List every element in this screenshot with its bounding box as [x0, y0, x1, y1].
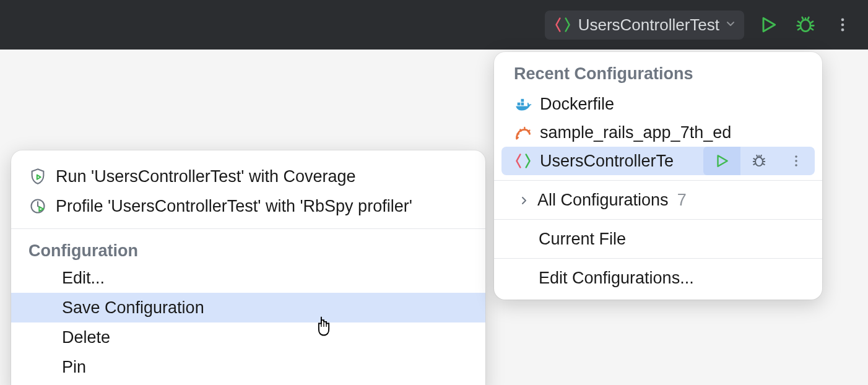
dropdown-divider: [494, 180, 822, 181]
delete-config-item[interactable]: Delete: [11, 322, 485, 352]
rails-icon: [514, 123, 532, 142]
config-item-rails[interactable]: sample_rails_app_7th_ed: [494, 118, 822, 147]
delete-label: Delete: [62, 328, 110, 347]
run-action-button[interactable]: [703, 147, 740, 175]
svg-point-11: [795, 164, 797, 167]
pin-label: Pin: [62, 358, 86, 377]
recent-configs-header: Recent Configurations: [494, 61, 822, 90]
edit-configurations-row[interactable]: Edit Configurations...: [494, 264, 822, 292]
more-button[interactable]: [830, 12, 856, 38]
run-with-coverage-item[interactable]: Run 'UsersControllerTest' with Coverage: [11, 162, 485, 191]
edit-label: Edit...: [62, 269, 105, 288]
config-item-label: sample_rails_app_7th_ed: [540, 123, 815, 142]
config-item-label: UsersControllerTe: [540, 152, 696, 171]
profile-label: Profile 'UsersControllerTest' with 'RbSp…: [56, 197, 412, 216]
profile-icon: [28, 197, 47, 215]
config-item-userscontrollertest[interactable]: UsersControllerTe: [501, 147, 815, 175]
config-item-dockerfile[interactable]: Dockerfile: [494, 90, 822, 118]
more-action-button[interactable]: [778, 147, 815, 175]
all-configs-label: All Configurations: [537, 191, 669, 210]
configuration-section-header: Configuration: [11, 236, 485, 263]
dropdown-divider: [494, 258, 822, 259]
svg-point-9: [795, 155, 797, 158]
svg-point-8: [755, 157, 763, 166]
chevron-down-icon: [726, 19, 736, 31]
debug-action-button[interactable]: [740, 147, 778, 175]
run-config-label: UsersControllerTest: [578, 15, 719, 35]
save-config-item[interactable]: Save Configuration: [11, 293, 485, 322]
save-label: Save Configuration: [62, 298, 204, 318]
profile-item[interactable]: Profile 'UsersControllerTest' with 'RbSp…: [11, 191, 485, 221]
run-with-coverage-label: Run 'UsersControllerTest' with Coverage: [56, 167, 356, 186]
svg-point-1: [841, 19, 844, 22]
chevron-right-icon: [519, 191, 529, 210]
config-item-label: Dockerfile: [540, 95, 815, 114]
run-config-dropdown: Recent Configurations Dockerfile sample_…: [494, 52, 822, 300]
svg-rect-7: [521, 99, 524, 102]
menu-divider: [11, 228, 485, 229]
pin-config-item[interactable]: Pin: [11, 352, 485, 382]
svg-point-0: [801, 20, 810, 32]
coverage-icon: [28, 167, 47, 186]
current-file-row[interactable]: Current File: [494, 225, 822, 253]
run-config-selector[interactable]: UsersControllerTest: [545, 11, 744, 40]
test-icon: [514, 152, 532, 170]
svg-point-10: [795, 160, 797, 162]
top-toolbar: UsersControllerTest: [0, 0, 868, 50]
config-item-actions: [703, 147, 815, 175]
docker-icon: [514, 95, 532, 113]
svg-rect-5: [518, 103, 521, 106]
edit-configurations-label: Edit Configurations...: [539, 269, 694, 288]
svg-point-2: [841, 24, 844, 27]
dropdown-divider: [494, 219, 822, 220]
current-file-label: Current File: [539, 230, 626, 249]
config-context-menu: Run 'UsersControllerTest' with Coverage …: [11, 150, 485, 385]
edit-config-item[interactable]: Edit...: [11, 263, 485, 293]
test-icon: [553, 15, 572, 34]
svg-rect-6: [521, 103, 524, 106]
debug-button[interactable]: [792, 12, 818, 38]
all-configs-count: 7: [677, 191, 687, 210]
run-button[interactable]: [755, 12, 781, 38]
svg-point-3: [841, 28, 844, 32]
all-configurations-row[interactable]: All Configurations 7: [494, 186, 822, 214]
